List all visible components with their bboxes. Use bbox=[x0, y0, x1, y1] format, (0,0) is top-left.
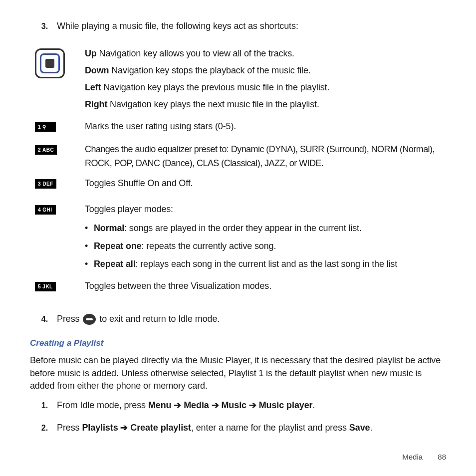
page: 3. While playing a music file, the follo… bbox=[0, 0, 476, 476]
navpad-descriptions: Up Navigation key allows you to view all… bbox=[85, 46, 446, 114]
key-3-icon: 3 DEF bbox=[35, 179, 56, 189]
playlist-step-2: 2. Press Playlists ➔ Create playlist, en… bbox=[30, 422, 446, 434]
footer-page: 88 bbox=[438, 453, 446, 461]
key-2-text: Changes the audio equalizer preset to: D… bbox=[85, 144, 435, 168]
nav-left-text: Navigation key plays the previous music … bbox=[101, 82, 329, 92]
s2-save: Save bbox=[349, 423, 370, 433]
arrow-icon: ➔ bbox=[120, 423, 130, 433]
key-2-row: 2 ABC Changes the audio equalizer preset… bbox=[30, 142, 446, 170]
key-5-row: 5 JKL Toggles between the three Visualiz… bbox=[30, 279, 446, 293]
mode-repeat-all-label: Repeat all bbox=[94, 259, 136, 269]
mode-repeat-one-label: Repeat one bbox=[94, 241, 142, 251]
key-1-icon: 1 ⚲ bbox=[35, 122, 56, 132]
key-1-text: Marks the user rating using stars (0-5). bbox=[85, 121, 236, 131]
arrow-icon: ➔ bbox=[212, 400, 222, 410]
step-number: 3. bbox=[30, 21, 57, 32]
s1-menu: Menu bbox=[148, 400, 172, 410]
key-4-intro: Toggles player modes: bbox=[85, 202, 446, 216]
step-4: 4. Press to exit and return to Idle mode… bbox=[30, 313, 446, 325]
key-5-text: Toggles between the three Visualization … bbox=[85, 281, 271, 291]
nav-down-label: Down bbox=[85, 65, 109, 75]
s1-musicplayer: Music player bbox=[259, 400, 313, 410]
intro-paragraph: Before music can be played directly via … bbox=[30, 354, 446, 392]
icon-col bbox=[30, 46, 85, 78]
arrow-icon: ➔ bbox=[174, 400, 184, 410]
nav-right-label: Right bbox=[85, 99, 107, 109]
nav-up-text: Navigation key allows you to view all of… bbox=[97, 48, 294, 58]
nav-right-text: Navigation key plays the next music file… bbox=[107, 99, 319, 109]
key-1-row: 1 ⚲ Marks the user rating using stars (0… bbox=[30, 119, 446, 133]
end-call-icon bbox=[83, 314, 96, 325]
mode-normal-text: : songs are played in the order they app… bbox=[124, 223, 362, 233]
key-4-icon: 4 GHI bbox=[35, 205, 56, 215]
page-footer: Media 88 bbox=[402, 453, 446, 461]
step-4-post: to exit and return to Idle mode. bbox=[99, 314, 220, 324]
s1-pre: From Idle mode, press bbox=[57, 400, 148, 410]
step-text: While playing a music file, the followin… bbox=[57, 20, 298, 32]
s2-playlists: Playlists bbox=[82, 423, 118, 433]
s2-create: Create playlist bbox=[130, 423, 191, 433]
nav-down-text: Navigation key stops the playback of the… bbox=[109, 65, 310, 75]
s1-music: Music bbox=[221, 400, 246, 410]
footer-section: Media bbox=[402, 453, 423, 461]
step-number: 4. bbox=[30, 314, 57, 325]
mode-repeat-one-text: : repeats the currently active song. bbox=[142, 241, 276, 251]
key-4-row: 4 GHI Toggles player modes: Normal: song… bbox=[30, 202, 446, 275]
s2-end: . bbox=[370, 423, 372, 433]
nav-up-label: Up bbox=[85, 48, 97, 58]
playlist-step-1: 1. From Idle mode, press Menu ➔ Media ➔ … bbox=[30, 399, 446, 412]
nav-left-label: Left bbox=[85, 82, 101, 92]
key-2-icon: 2 ABC bbox=[35, 145, 57, 155]
navpad-row: Up Navigation key allows you to view all… bbox=[30, 46, 446, 114]
mode-normal-label: Normal bbox=[94, 223, 124, 233]
section-heading: Creating a Playlist bbox=[30, 338, 446, 348]
mode-repeat-all-text: : replays each song in the current list … bbox=[136, 259, 398, 269]
step-3: 3. While playing a music file, the follo… bbox=[30, 20, 446, 32]
key-5-icon: 5 JKL bbox=[35, 282, 56, 291]
step-number: 2. bbox=[30, 423, 57, 434]
s1-media: Media bbox=[184, 400, 209, 410]
navigation-pad-icon bbox=[35, 48, 65, 78]
step-number: 1. bbox=[30, 400, 57, 411]
arrow-icon: ➔ bbox=[249, 400, 259, 410]
key-3-text: Toggles Shuffle On and Off. bbox=[85, 178, 193, 188]
s1-end: . bbox=[313, 400, 315, 410]
key-3-row: 3 DEF Toggles Shuffle On and Off. bbox=[30, 176, 446, 190]
s2-pre: Press bbox=[57, 423, 82, 433]
key-4-modes: Normal: songs are played in the order th… bbox=[85, 221, 446, 271]
step-4-pre: Press bbox=[57, 314, 82, 324]
s2-mid: , enter a name for the playlist and pres… bbox=[191, 423, 349, 433]
